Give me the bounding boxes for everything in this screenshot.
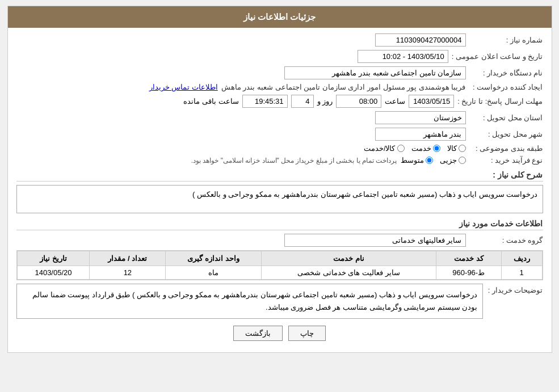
category-kala-khedmat-label: کالا/خدمت bbox=[364, 144, 396, 153]
category-kala-radio[interactable] bbox=[459, 145, 466, 152]
cell-name: سایر فعالیت های خدماتی شخصی bbox=[261, 266, 436, 280]
table-header-row: ردیف کد خدمت نام خدمت واحد اندازه گیری ت… bbox=[17, 251, 542, 266]
deadline-remaining: 19:45:31 bbox=[242, 95, 288, 108]
category-kala-khedmat: کالا/خدمت bbox=[364, 144, 405, 153]
deadline-time-label: ساعت bbox=[385, 97, 405, 106]
back-button[interactable]: بازگشت bbox=[233, 326, 283, 341]
deadline-row: مهلت ارسال پاسخ: تا تاریخ : 1403/05/15 س… bbox=[16, 95, 543, 108]
category-khedmat-label: خدمت bbox=[411, 144, 431, 153]
col-date: تاریخ نیاز bbox=[17, 251, 90, 266]
process-radio-group: جزیی متوسط bbox=[401, 156, 466, 165]
category-row: طبقه بندی موضوعی : کالا خدمت کالا/خدمت bbox=[16, 144, 543, 153]
cell-date: 1403/05/20 bbox=[17, 266, 90, 280]
deadline-days-label: روز و bbox=[317, 97, 333, 106]
buyer-note-box: درخواست سرویس ایاب و ذهاب (مسیر شعبه تام… bbox=[16, 284, 483, 319]
need-number-row: شماره نیاز : 1103090427000004 bbox=[16, 33, 543, 47]
process-jozi-label: جزیی bbox=[440, 156, 457, 165]
col-quantity: تعداد / مقدار bbox=[90, 251, 166, 266]
announce-label: تاریخ و ساعت اعلان عمومی : bbox=[452, 52, 543, 61]
city-row: شهر محل تحویل : بندر ماهشهر bbox=[16, 128, 543, 141]
buyer-org-label: نام دستگاه خریدار : bbox=[469, 69, 543, 77]
deadline-remaining-label: ساعت باقی مانده bbox=[183, 97, 238, 106]
deadline-days: 4 bbox=[291, 95, 314, 108]
deadline-date: 1403/05/15 bbox=[409, 95, 454, 108]
category-label: طبقه بندی موضوعی : bbox=[469, 144, 543, 153]
process-motavasset-label: متوسط bbox=[401, 156, 424, 165]
content-area: شماره نیاز : 1103090427000004 تاریخ و سا… bbox=[8, 28, 552, 352]
col-name: نام خدمت bbox=[261, 251, 436, 266]
city-value: بندر ماهشهر bbox=[375, 128, 466, 141]
creator-contact-link[interactable]: اطلاعات تماس خریدار bbox=[149, 83, 218, 91]
service-group-value: سایر فعالیتهای خدماتی bbox=[284, 234, 466, 247]
cell-code: ط-96-960 bbox=[436, 266, 501, 280]
city-label: شهر محل تحویل : bbox=[469, 130, 543, 138]
creator-row: ایجاد کننده درخواست : فریبا هوشمندی پور … bbox=[16, 83, 543, 91]
category-khedmat: خدمت bbox=[411, 144, 440, 153]
buyer-note-value: درخواست سرویس ایاب و ذهاب (مسیر شعبه تام… bbox=[32, 290, 478, 311]
page-title: جزئیات اطلاعات نیاز bbox=[243, 12, 316, 22]
announce-value: 1403/05/10 - 10:02 bbox=[358, 50, 448, 63]
announce-row: تاریخ و ساعت اعلان عمومی : 1403/05/10 - … bbox=[16, 50, 543, 63]
process-motavasset: متوسط bbox=[401, 156, 433, 165]
buyer-note-label: توضیحات خریدار : bbox=[486, 284, 543, 294]
category-kala: کالا bbox=[447, 144, 466, 153]
need-summary-title: شرح کلی نیاز : bbox=[16, 170, 543, 182]
print-button[interactable]: چاپ bbox=[288, 326, 326, 341]
service-group-label: گروه خدمت : bbox=[469, 236, 543, 245]
process-jozi-radio[interactable] bbox=[459, 157, 466, 164]
category-kala-label: کالا bbox=[447, 144, 457, 153]
cell-row: 1 bbox=[501, 266, 542, 280]
page-container: جزئیات اطلاعات نیاز شماره نیاز : 1103090… bbox=[7, 6, 552, 353]
province-value: خوزستان bbox=[375, 111, 466, 124]
col-row: ردیف bbox=[501, 251, 542, 266]
services-table-container: ردیف کد خدمت نام خدمت واحد اندازه گیری ت… bbox=[16, 250, 543, 280]
services-section-title: اطلاعات خدمات مورد نیاز bbox=[16, 219, 543, 230]
cell-quantity: 12 bbox=[90, 266, 166, 280]
col-code: کد خدمت bbox=[436, 251, 501, 266]
process-label: نوع فرآیند خرید : bbox=[469, 156, 543, 165]
buyer-org-value: سازمان تامین اجتماعی شعبه بندر ماهشهر bbox=[284, 66, 466, 79]
need-summary-value: درخواست سرویس ایاب و ذهاب (مسیر شعبه تام… bbox=[192, 190, 537, 199]
process-jozi: جزیی bbox=[440, 156, 466, 165]
col-unit: واحد اندازه گیری bbox=[166, 251, 262, 266]
deadline-time: 08:00 bbox=[336, 95, 381, 108]
process-row: نوع فرآیند خرید : جزیی متوسط پرداخت تمام… bbox=[16, 156, 543, 165]
buyer-note-row: توضیحات خریدار : درخواست سرویس ایاب و ذه… bbox=[16, 284, 543, 319]
service-group-row: گروه خدمت : سایر فعالیتهای خدماتی bbox=[16, 234, 543, 247]
creator-label: ایجاد کننده درخواست : bbox=[469, 83, 543, 91]
page-header: جزئیات اطلاعات نیاز bbox=[8, 6, 552, 28]
process-motavasset-radio[interactable] bbox=[426, 157, 433, 164]
need-summary-box: درخواست سرویس ایاب و ذهاب (مسیر شعبه تام… bbox=[16, 185, 543, 213]
button-row: چاپ بازگشت bbox=[16, 326, 543, 347]
category-radio-group: کالا خدمت کالا/خدمت bbox=[364, 144, 466, 153]
cell-unit: ماه bbox=[166, 266, 262, 280]
need-number-value: 1103090427000004 bbox=[375, 33, 466, 47]
category-khedmat-radio[interactable] bbox=[433, 145, 440, 152]
creator-value: فریبا هوشمندی پور مسئول امور اداری سازما… bbox=[221, 83, 466, 91]
deadline-label: مهلت ارسال پاسخ: تا تاریخ : bbox=[457, 97, 543, 106]
category-kala-khedmat-radio[interactable] bbox=[397, 145, 405, 152]
table-row: 1 ط-96-960 سایر فعالیت های خدماتی شخصی م… bbox=[17, 266, 542, 280]
buyer-org-row: نام دستگاه خریدار : سازمان تامین اجتماعی… bbox=[16, 66, 543, 79]
need-number-label: شماره نیاز : bbox=[469, 36, 543, 44]
province-label: استان محل تحویل : bbox=[469, 113, 543, 122]
services-table: ردیف کد خدمت نام خدمت واحد اندازه گیری ت… bbox=[17, 251, 543, 280]
process-note: پرداخت تمام یا بخشی از مبلغ خریداز محل "… bbox=[191, 157, 397, 165]
province-row: استان محل تحویل : خوزستان bbox=[16, 111, 543, 124]
